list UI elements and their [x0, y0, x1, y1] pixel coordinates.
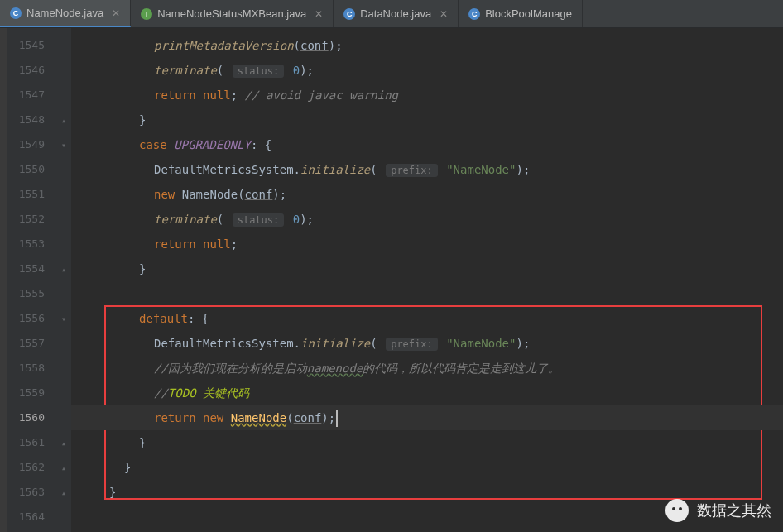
- line-number[interactable]: 1547: [7, 83, 56, 108]
- editor-tabs: CNameNode.java✕INameNodeStatusMXBean.jav…: [0, 0, 783, 28]
- editor-area: 1545154615471548154915501551155215531554…: [0, 28, 783, 532]
- fold-marker-icon[interactable]: ▾: [56, 132, 71, 157]
- line-number[interactable]: 1553: [7, 232, 56, 256]
- watermark: 数据之其然: [665, 499, 771, 522]
- code-line[interactable]: [71, 281, 783, 306]
- fold-slot: [56, 58, 71, 83]
- line-number[interactable]: 1562: [7, 455, 56, 480]
- tab-label: NameNode.java: [26, 7, 103, 19]
- close-icon[interactable]: ✕: [315, 8, 323, 20]
- fold-slot: [56, 182, 71, 207]
- code-line[interactable]: }: [71, 256, 783, 281]
- fold-slot: [56, 281, 71, 306]
- line-number[interactable]: 1556: [7, 306, 56, 331]
- line-number[interactable]: 1564: [7, 505, 56, 530]
- fold-marker-icon[interactable]: ▾: [56, 306, 71, 331]
- close-icon[interactable]: ✕: [440, 8, 448, 20]
- code-line[interactable]: }: [71, 455, 783, 480]
- watermark-text: 数据之其然: [697, 501, 771, 520]
- fold-marker-icon[interactable]: ▴: [56, 480, 71, 505]
- line-number[interactable]: 1548: [7, 108, 56, 132]
- code-line[interactable]: }: [71, 430, 783, 455]
- code-line[interactable]: DefaultMetricsSystem.initialize( prefix:…: [71, 331, 783, 356]
- fold-slot: [56, 207, 71, 232]
- class-icon: C: [10, 7, 22, 19]
- fold-slot: [56, 232, 71, 256]
- code-line[interactable]: return null;: [71, 232, 783, 256]
- line-number[interactable]: 1545: [7, 33, 56, 58]
- file-tab[interactable]: CDataNode.java✕: [334, 0, 459, 27]
- line-number[interactable]: 1555: [7, 281, 56, 306]
- code-line[interactable]: return new NameNode(conf);: [71, 405, 783, 430]
- left-stripe: [0, 28, 7, 532]
- code-line[interactable]: case UPGRADEONLY: {: [71, 132, 783, 157]
- fold-slot: [56, 505, 71, 530]
- fold-marker-icon[interactable]: ▴: [56, 108, 71, 132]
- line-number[interactable]: 1554: [7, 256, 56, 281]
- fold-slot: [56, 157, 71, 182]
- line-number[interactable]: 1549: [7, 132, 56, 157]
- code-line[interactable]: new NameNode(conf);: [71, 182, 783, 207]
- fold-slot: [56, 405, 71, 430]
- caret: [336, 410, 338, 427]
- line-number-gutter: 1545154615471548154915501551155215531554…: [7, 28, 56, 532]
- tab-label: NameNodeStatusMXBean.java: [157, 7, 306, 20]
- code-line[interactable]: //因为我们现在分析的是启动namenode的代码，所以代码肯定是走到这儿了。: [71, 356, 783, 381]
- fold-slot: [56, 331, 71, 356]
- fold-marker-icon[interactable]: ▴: [56, 455, 71, 480]
- tab-label: BlockPoolManage: [485, 7, 572, 20]
- code-line[interactable]: }: [71, 108, 783, 132]
- code-line[interactable]: terminate( status: 0);: [71, 207, 783, 232]
- fold-marker-icon[interactable]: ▴: [56, 256, 71, 281]
- line-number[interactable]: 1551: [7, 182, 56, 207]
- code-line[interactable]: return null; // avoid javac warning: [71, 83, 783, 108]
- fold-slot: [56, 33, 71, 58]
- line-number[interactable]: 1550: [7, 157, 56, 182]
- class-icon: C: [468, 8, 480, 20]
- fold-slot: [56, 381, 71, 405]
- line-number[interactable]: 1559: [7, 381, 56, 405]
- line-number[interactable]: 1563: [7, 480, 56, 505]
- wechat-icon: [665, 499, 689, 522]
- code-line[interactable]: printMetadataVersion(conf);: [71, 33, 783, 58]
- interface-icon: I: [141, 8, 152, 20]
- code-line[interactable]: default: {: [71, 306, 783, 331]
- fold-slot: [56, 356, 71, 381]
- line-number[interactable]: 1546: [7, 58, 56, 83]
- line-number[interactable]: 1560: [7, 405, 56, 430]
- line-number[interactable]: 1557: [7, 331, 56, 356]
- line-number[interactable]: 1552: [7, 207, 56, 232]
- code-line[interactable]: DefaultMetricsSystem.initialize( prefix:…: [71, 157, 783, 182]
- line-number[interactable]: 1558: [7, 356, 56, 381]
- tab-label: DataNode.java: [360, 7, 431, 20]
- code-line[interactable]: terminate( status: 0);: [71, 58, 783, 83]
- close-icon[interactable]: ✕: [112, 7, 120, 19]
- code-line[interactable]: //TODO 关键代码: [71, 381, 783, 405]
- code-content[interactable]: printMetadataVersion(conf); terminate( s…: [71, 28, 783, 532]
- fold-slot: [56, 83, 71, 108]
- fold-marker-icon[interactable]: ▴: [56, 430, 71, 455]
- file-tab[interactable]: CNameNode.java✕: [0, 0, 131, 27]
- class-icon: C: [343, 8, 355, 20]
- file-tab[interactable]: INameNodeStatusMXBean.java✕: [131, 0, 334, 27]
- file-tab[interactable]: CBlockPoolManage: [459, 0, 583, 27]
- line-number[interactable]: 1561: [7, 430, 56, 455]
- fold-column: ▴▾▴▾▴▴▴: [56, 28, 71, 532]
